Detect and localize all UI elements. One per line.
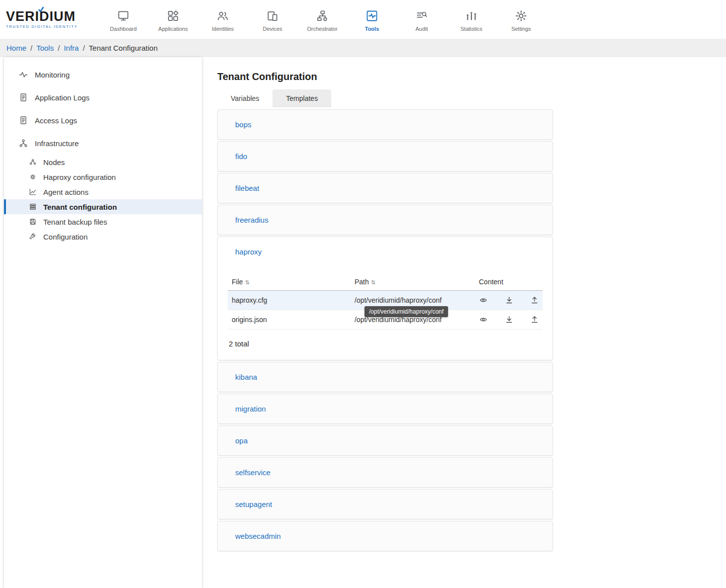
accordion-panel-filebeat: filebeat	[217, 173, 553, 203]
sort-icon[interactable]: ⇅	[371, 279, 375, 285]
accordion-header-migration[interactable]: migration	[218, 394, 552, 423]
sidebar-item-label: Tenant configuration	[43, 203, 117, 211]
sidebar-item-haproxy-configuration[interactable]: Haproxy configuration	[4, 169, 202, 184]
sidebar-item-configuration[interactable]: Configuration	[4, 229, 202, 244]
sidebar-item-label: Application Logs	[35, 93, 90, 102]
nav-item-label: Identities	[212, 26, 234, 32]
download-icon[interactable]	[505, 316, 513, 324]
tab-bar: Variables Templates	[217, 89, 726, 107]
accordion-header-freeradius[interactable]: freeradius	[218, 205, 552, 235]
download-icon[interactable]	[505, 296, 513, 304]
tab-templates[interactable]: Templates	[272, 89, 331, 107]
dashboard-icon	[117, 9, 130, 22]
tenant-backup-files-icon	[28, 218, 37, 226]
accordion-header-opa[interactable]: opa	[218, 426, 552, 455]
nav-item-dashboard[interactable]: Dashboard	[98, 7, 148, 32]
sidebar-item-tenant-backup-files[interactable]: Tenant backup files	[4, 214, 202, 229]
tools-icon	[365, 9, 378, 22]
access-logs-icon	[19, 116, 28, 125]
nav-item-label: Applications	[158, 26, 187, 32]
view-content-icon[interactable]	[479, 297, 488, 304]
sidebar-item-label: Monitoring	[35, 71, 70, 79]
breadcrumb-separator: /	[30, 44, 32, 52]
column-header-label: Path	[355, 278, 369, 286]
sidebar-item-infrastructure[interactable]: Infrastructure	[4, 132, 202, 155]
breadcrumb-tools-link[interactable]: Tools	[36, 44, 54, 52]
top-navigation: VERIDIUM TRUSTED DIGITAL IDENTITY Dashbo…	[0, 0, 726, 39]
page-title: Tenant Configuration	[217, 71, 726, 83]
haproxy-configuration-icon	[28, 173, 37, 181]
accordion-panel-haproxy: haproxy File⇅ Path⇅	[217, 237, 553, 360]
file-name-cell: origins.json	[228, 310, 351, 330]
sidebar-item-tenant-configuration[interactable]: Tenant configuration	[4, 199, 202, 214]
breadcrumb-infra-link[interactable]: Infra	[64, 44, 79, 52]
accordion-panel-freeradius: freeradius	[217, 205, 553, 235]
tab-variables[interactable]: Variables	[217, 89, 272, 107]
agent-actions-icon	[28, 188, 37, 196]
content-actions	[479, 316, 539, 324]
view-content-icon[interactable]	[479, 316, 488, 323]
configuration-icon	[28, 233, 37, 241]
nav-item-devices[interactable]: Devices	[248, 7, 297, 32]
main-content: Tenant Configuration Variables Templates…	[217, 57, 726, 588]
settings-icon	[515, 9, 528, 22]
sidebar-item-label: Configuration	[43, 233, 88, 241]
sidebar-item-label: Tenant backup files	[43, 218, 107, 226]
devices-icon	[266, 9, 279, 22]
nav-item-statistics[interactable]: Statistics	[447, 7, 496, 32]
nav-item-label: Devices	[263, 26, 282, 32]
table-total-count: 2 total	[228, 339, 543, 348]
nav-item-tools[interactable]: Tools	[347, 7, 397, 32]
nav-item-orchestrator[interactable]: Orchestrator	[297, 7, 347, 32]
accordion-header-selfservice[interactable]: selfservice	[218, 458, 552, 487]
sort-icon[interactable]: ⇅	[245, 279, 250, 285]
nav-item-audit[interactable]: Audit	[397, 7, 447, 32]
upload-icon[interactable]	[531, 296, 539, 304]
column-header-content: Content	[475, 273, 543, 291]
sidebar-item-access-logs[interactable]: Access Logs	[4, 109, 202, 132]
sidebar-item-application-logs[interactable]: Application Logs	[4, 86, 202, 109]
sidebar-item-label: Nodes	[43, 158, 65, 167]
templates-accordion: bops fido filebeat freeradius haproxy	[217, 109, 553, 551]
nav-item-settings[interactable]: Settings	[496, 7, 546, 32]
haproxy-panel-body: File⇅ Path⇅ Content	[218, 266, 552, 360]
column-header-file[interactable]: File⇅	[228, 273, 351, 291]
nav-item-label: Orchestrator	[307, 26, 337, 32]
sidebar-item-nodes[interactable]: Nodes	[4, 155, 202, 169]
veridium-logo[interactable]: VERIDIUM TRUSTED DIGITAL IDENTITY	[6, 10, 94, 29]
breadcrumb: Home / Tools / Infra / Tenant Configurat…	[0, 39, 726, 57]
monitoring-icon	[19, 70, 28, 79]
nodes-icon	[28, 158, 37, 166]
accordion-panel-kibana: kibana	[217, 362, 553, 392]
nav-item-label: Settings	[511, 26, 531, 32]
accordion-panel-websecadmin: websecadmin	[217, 521, 553, 551]
accordion-header-kibana[interactable]: kibana	[218, 362, 552, 392]
accordion-header-haproxy[interactable]: haproxy	[218, 237, 552, 266]
accordion-header-fido[interactable]: fido	[218, 142, 552, 171]
path-tooltip: /opt/veridiumid/haproxy/conf	[364, 306, 448, 317]
accordion-header-setupagent[interactable]: setupagent	[218, 490, 552, 519]
breadcrumb-current: Tenant Configuration	[89, 44, 158, 52]
accordion-panel-fido: fido	[217, 141, 553, 171]
breadcrumb-home-link[interactable]: Home	[6, 44, 26, 52]
accordion-header-websecadmin[interactable]: websecadmin	[218, 521, 552, 551]
file-name-cell: haproxy.cfg	[228, 291, 351, 310]
upload-icon[interactable]	[531, 316, 539, 324]
sidebar-item-agent-actions[interactable]: Agent actions	[4, 184, 202, 199]
accordion-panel-opa: opa	[217, 425, 553, 456]
sidebar-item-label: Infrastructure	[35, 139, 79, 148]
sidebar-item-monitoring[interactable]: Monitoring	[4, 63, 202, 86]
sidebar-item-label: Access Logs	[35, 116, 77, 125]
accordion-panel-setupagent: setupagent	[217, 489, 553, 519]
column-header-path[interactable]: Path⇅	[351, 273, 475, 291]
accordion-header-bops[interactable]: bops	[218, 110, 552, 139]
accordion-header-filebeat[interactable]: filebeat	[218, 173, 552, 203]
nav-item-label: Tools	[365, 26, 379, 32]
applications-icon	[167, 9, 180, 22]
nav-item-applications[interactable]: Applications	[148, 7, 198, 32]
application-logs-icon	[19, 93, 28, 102]
nav-item-identities[interactable]: Identities	[198, 7, 248, 32]
nav-item-label: Audit	[415, 26, 428, 32]
statistics-icon	[465, 9, 478, 22]
haproxy-files-table: File⇅ Path⇅ Content	[228, 273, 543, 330]
